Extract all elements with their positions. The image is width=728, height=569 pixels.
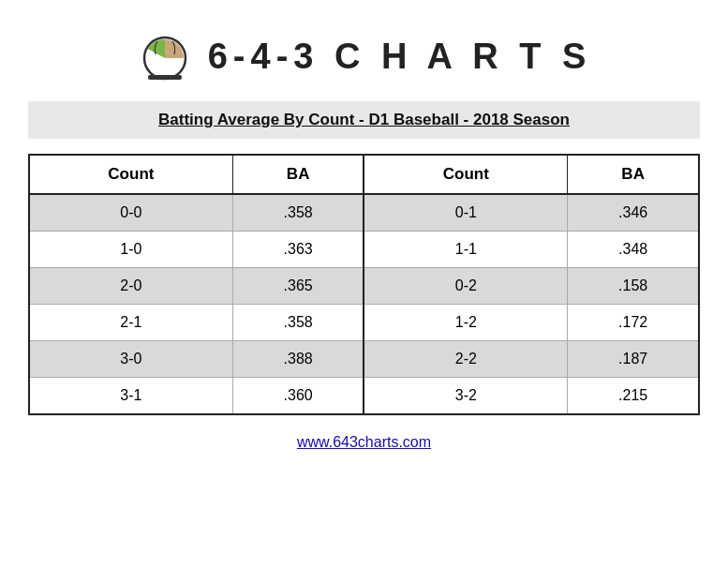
cell-ba1: .365: [232, 268, 364, 305]
cell-count2: 0-1: [364, 194, 567, 232]
cell-count1: 0-0: [29, 194, 232, 232]
cell-ba2: .215: [568, 378, 699, 415]
table-row: 2-1.3581-2.172: [29, 305, 699, 341]
cell-count2: 2-2: [364, 341, 567, 378]
footer-link[interactable]: www.643charts.com: [297, 434, 431, 450]
table-row: 3-1.3603-2.215: [29, 378, 699, 415]
col-header-ba1: BA: [232, 155, 364, 194]
cell-count2: 0-2: [364, 268, 567, 305]
cell-ba1: .360: [232, 378, 364, 415]
table-header-row: Count BA Count BA: [29, 155, 699, 194]
page-header: 6-4-3 C H A R T S: [137, 28, 592, 84]
cell-ba1: .358: [232, 194, 364, 232]
cell-ba1: .363: [232, 232, 364, 268]
cell-ba2: .187: [568, 341, 699, 378]
col-header-ba2: BA: [568, 155, 699, 194]
logo-icon: [137, 28, 193, 84]
table-row: 2-0.3650-2.158: [29, 268, 699, 305]
chart-title-bar: Batting Average By Count - D1 Baseball -…: [28, 101, 700, 139]
cell-ba2: .346: [568, 194, 699, 232]
footer: www.643charts.com: [297, 434, 431, 451]
cell-count1: 2-0: [29, 268, 232, 305]
cell-ba1: .358: [232, 305, 364, 341]
table-row: 0-0.3580-1.346: [29, 194, 699, 232]
col-header-count1: Count: [29, 155, 232, 194]
cell-ba2: .172: [568, 305, 699, 341]
cell-count2: 1-1: [364, 232, 567, 268]
col-header-count2: Count: [364, 155, 567, 194]
cell-count1: 1-0: [29, 232, 232, 268]
data-table: Count BA Count BA 0-0.3580-1.3461-0.3631…: [28, 154, 700, 415]
cell-ba2: .348: [568, 232, 699, 268]
cell-count1: 3-1: [29, 378, 232, 415]
table-row: 3-0.3882-2.187: [29, 341, 699, 378]
cell-count1: 2-1: [29, 305, 232, 341]
cell-count2: 3-2: [364, 378, 567, 415]
cell-ba1: .388: [232, 341, 364, 378]
site-title: 6-4-3 C H A R T S: [208, 37, 592, 77]
cell-ba2: .158: [568, 268, 699, 305]
table-row: 1-0.3631-1.348: [29, 232, 699, 268]
cell-count1: 3-0: [29, 341, 232, 378]
cell-count2: 1-2: [364, 305, 567, 341]
svg-rect-1: [148, 75, 182, 80]
chart-title: Batting Average By Count - D1 Baseball -…: [158, 111, 570, 128]
